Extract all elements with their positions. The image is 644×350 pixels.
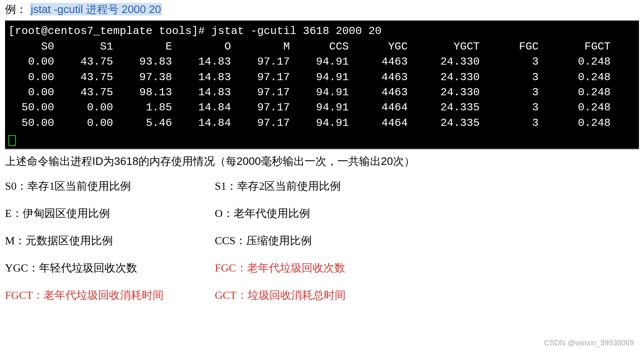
legend-s0: S0：幸存1区当前使用比例	[5, 179, 215, 193]
legend-grid: S0：幸存1区当前使用比例 S1：幸存2区当前使用比例 E：伊甸园区使用比例 O…	[5, 179, 639, 303]
legend-fgct: FGCT：老年代垃圾回收消耗时间	[5, 288, 215, 303]
output-description: 上述命令输出进程ID为3618的内存使用情况（每2000毫秒输出一次，一共输出2…	[5, 154, 639, 169]
legend-ygc: YGC：年轻代垃圾回收次数	[5, 261, 215, 275]
legend-gct: GCT：垃圾回收消耗总时间	[215, 288, 639, 303]
legend-fgc: FGC：老年代垃圾回收次数	[215, 261, 639, 275]
legend-m: M：元数据区使用比例	[5, 233, 215, 248]
legend-s1: S1：幸存2区当前使用比例	[215, 179, 639, 193]
legend-o: O：老年代使用比例	[215, 206, 639, 221]
legend-ccs: CCS：压缩使用比例	[215, 233, 639, 248]
legend-e: E：伊甸园区使用比例	[5, 206, 215, 221]
example-prefix: 例：	[5, 3, 27, 16]
terminal-cursor	[8, 135, 16, 146]
example-line: 例： jstat -gcutil 进程号 2000 20	[5, 2, 639, 17]
terminal-output: [root@centos7_template tools]# jstat -gc…	[5, 20, 639, 149]
example-command: jstat -gcutil 进程号 2000 20	[30, 3, 162, 16]
